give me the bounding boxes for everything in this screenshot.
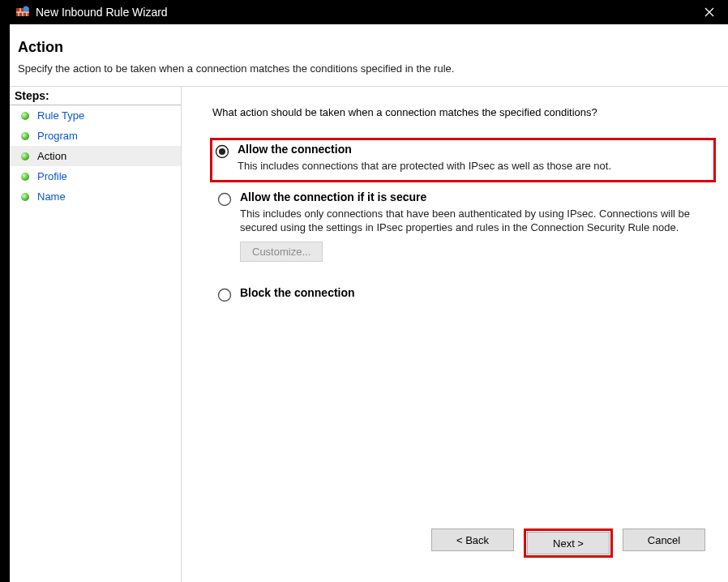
customize-button: Customize... <box>240 242 323 262</box>
radio-icon[interactable] <box>217 192 232 207</box>
option-body: Allow the connection This includes conne… <box>238 143 713 173</box>
step-item-rule-type[interactable]: Rule Type <box>10 105 181 126</box>
svg-point-11 <box>219 289 231 301</box>
step-item-action[interactable]: Action <box>10 146 181 166</box>
option-title: Allow the connection if it is secure <box>240 190 710 203</box>
option-description: This includes only connections that have… <box>240 207 710 235</box>
bullet-icon <box>21 132 29 140</box>
radio-selected-icon[interactable] <box>215 144 229 159</box>
bullet-icon <box>21 173 29 181</box>
back-button[interactable]: < Back <box>431 529 514 551</box>
step-label: Action <box>37 150 66 162</box>
svg-point-10 <box>219 193 231 205</box>
titlebar: New Inbound Rule Wizard <box>10 0 728 24</box>
step-label: Profile <box>37 170 67 182</box>
step-label: Rule Type <box>37 109 84 122</box>
svg-point-9 <box>219 148 225 155</box>
window-title: New Inbound Rule Wizard <box>36 6 691 19</box>
svg-point-7 <box>24 6 29 12</box>
next-button-wrap: Next > <box>524 529 613 558</box>
wizard-window: New Inbound Rule Wizard Action Specify t… <box>10 0 728 582</box>
close-button[interactable] <box>691 0 728 24</box>
cancel-button-wrap: Cancel <box>623 529 705 558</box>
step-item-profile[interactable]: Profile <box>10 166 181 186</box>
cancel-button[interactable]: Cancel <box>623 529 705 551</box>
header: Action Specify the action to be taken wh… <box>10 24 728 87</box>
option-title: Allow the connection <box>238 143 713 156</box>
option-allow-secure[interactable]: Allow the connection if it is secure Thi… <box>212 186 713 267</box>
option-allow[interactable]: Allow the connection This includes conne… <box>210 138 716 182</box>
step-label: Program <box>37 130 78 142</box>
back-button-wrap: < Back <box>431 529 514 558</box>
option-body: Block the connection <box>240 286 710 302</box>
step-label: Name <box>37 190 66 203</box>
page-subtitle: Specify the action to be taken when a co… <box>18 62 720 75</box>
question-text: What action should be taken when a conne… <box>212 106 713 118</box>
bullet-icon <box>21 152 29 160</box>
button-row: < Back Next > Cancel <box>212 522 713 572</box>
option-description: This includes connections that are prote… <box>238 159 713 173</box>
bullet-icon <box>21 112 29 120</box>
next-button[interactable]: Next > <box>527 532 610 554</box>
option-body: Allow the connection if it is secure Thi… <box>240 190 710 262</box>
main-panel: What action should be taken when a conne… <box>182 87 728 582</box>
steps-sidebar: Steps: Rule Type Program Action Profile … <box>10 87 182 582</box>
radio-icon[interactable] <box>217 288 232 302</box>
options-group: Allow the connection This includes conne… <box>212 138 713 310</box>
option-title: Block the connection <box>240 286 710 299</box>
firewall-icon <box>16 6 29 19</box>
body: Steps: Rule Type Program Action Profile … <box>10 87 728 582</box>
page-title: Action <box>18 39 720 56</box>
step-item-program[interactable]: Program <box>10 126 181 146</box>
option-block[interactable]: Block the connection <box>212 281 713 307</box>
steps-title: Steps: <box>10 87 181 105</box>
step-item-name[interactable]: Name <box>10 186 181 207</box>
bullet-icon <box>21 193 29 201</box>
